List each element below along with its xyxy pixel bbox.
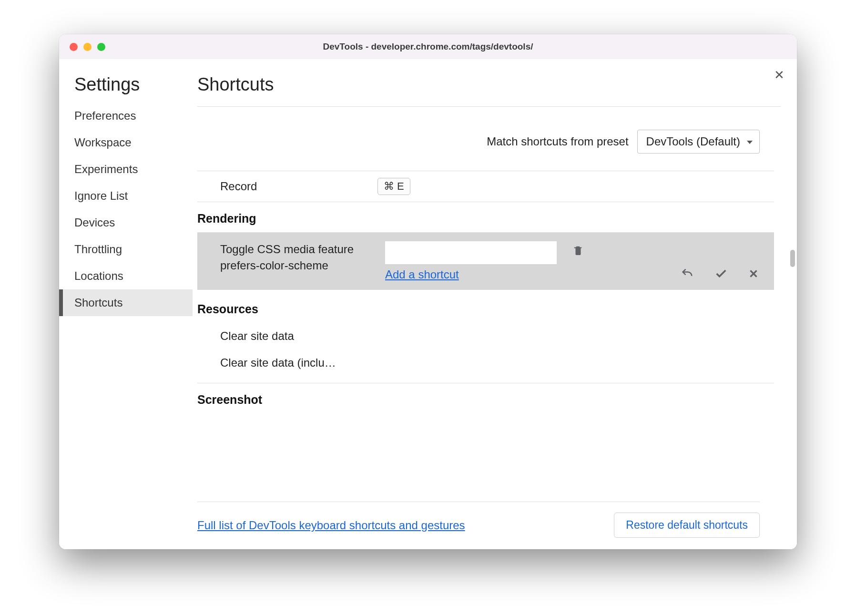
sidebar-item-label: Ignore List bbox=[74, 189, 128, 202]
sidebar-title: Settings bbox=[59, 74, 193, 103]
shortcut-keys: ⌘ E bbox=[377, 178, 410, 195]
sidebar-item-devices[interactable]: Devices bbox=[59, 209, 193, 236]
sidebar-item-label: Workspace bbox=[74, 136, 132, 149]
sidebar-item-label: Shortcuts bbox=[74, 296, 122, 309]
section-rendering: Rendering bbox=[197, 202, 774, 232]
add-shortcut-link[interactable]: Add a shortcut bbox=[385, 268, 459, 281]
shortcut-action-label: Clear site data (inclu… bbox=[220, 356, 336, 369]
window-title: DevTools - developer.chrome.com/tags/dev… bbox=[59, 41, 797, 52]
content-area: ✕ Settings Preferences Workspace Experim… bbox=[59, 59, 797, 549]
window-zoom-button[interactable] bbox=[97, 43, 105, 51]
sidebar-item-label: Preferences bbox=[74, 109, 136, 122]
shortcut-action-label: Clear site data bbox=[220, 329, 294, 342]
trash-icon[interactable] bbox=[573, 244, 583, 258]
shortcut-row[interactable]: Clear site data (inclu… bbox=[197, 349, 774, 376]
preset-select-value: DevTools (Default) bbox=[646, 135, 740, 148]
preset-row: Match shortcuts from preset DevTools (De… bbox=[197, 107, 781, 171]
shortcut-action-label: Record bbox=[220, 180, 377, 193]
keyboard-key: ⌘ E bbox=[377, 178, 410, 195]
sidebar-item-label: Devices bbox=[74, 216, 115, 229]
shortcut-row-editing: Toggle CSS media feature prefers-color-s… bbox=[197, 232, 774, 290]
section-resources: Resources bbox=[197, 290, 774, 323]
cancel-icon[interactable] bbox=[747, 267, 760, 282]
sidebar: Settings Preferences Workspace Experimen… bbox=[59, 59, 193, 549]
main-panel: Shortcuts Match shortcuts from preset De… bbox=[193, 59, 797, 549]
confirm-icon[interactable] bbox=[714, 267, 728, 282]
scrollbar-handle[interactable] bbox=[790, 250, 795, 267]
sidebar-item-throttling[interactable]: Throttling bbox=[59, 236, 193, 263]
shortcut-row-record[interactable]: Record ⌘ E bbox=[197, 171, 774, 202]
sidebar-item-label: Throttling bbox=[74, 243, 122, 256]
footer: Full list of DevTools keyboard shortcuts… bbox=[197, 502, 760, 549]
sidebar-item-ignore-list[interactable]: Ignore List bbox=[59, 183, 193, 209]
preset-select[interactable]: DevTools (Default) bbox=[637, 130, 760, 154]
sidebar-item-label: Experiments bbox=[74, 163, 138, 175]
sidebar-item-label: Locations bbox=[74, 269, 123, 282]
restore-defaults-button[interactable]: Restore default shortcuts bbox=[614, 513, 760, 538]
shortcut-edit-controls: Add a shortcut bbox=[385, 241, 557, 281]
window-minimize-button[interactable] bbox=[83, 43, 92, 51]
preset-label: Match shortcuts from preset bbox=[487, 135, 628, 148]
shortcut-input[interactable] bbox=[385, 241, 557, 264]
titlebar: DevTools - developer.chrome.com/tags/dev… bbox=[59, 34, 797, 59]
traffic-lights bbox=[70, 43, 105, 51]
shortcuts-list: Record ⌘ E Rendering Toggle CSS media fe… bbox=[197, 171, 774, 502]
edit-actions bbox=[680, 267, 760, 282]
page-title: Shortcuts bbox=[197, 74, 781, 107]
undo-icon[interactable] bbox=[680, 267, 695, 282]
sidebar-item-locations[interactable]: Locations bbox=[59, 263, 193, 289]
window-close-button[interactable] bbox=[70, 43, 78, 51]
sidebar-item-shortcuts[interactable]: Shortcuts bbox=[59, 289, 193, 316]
devtools-window: DevTools - developer.chrome.com/tags/dev… bbox=[59, 34, 797, 549]
sidebar-item-experiments[interactable]: Experiments bbox=[59, 156, 193, 183]
full-list-link[interactable]: Full list of DevTools keyboard shortcuts… bbox=[197, 519, 465, 532]
shortcut-row[interactable]: Clear site data bbox=[197, 323, 774, 349]
section-screenshot: Screenshot bbox=[197, 383, 774, 413]
sidebar-item-preferences[interactable]: Preferences bbox=[59, 103, 193, 129]
shortcut-action-label: Toggle CSS media feature prefers-color-s… bbox=[220, 241, 377, 273]
sidebar-item-workspace[interactable]: Workspace bbox=[59, 129, 193, 156]
